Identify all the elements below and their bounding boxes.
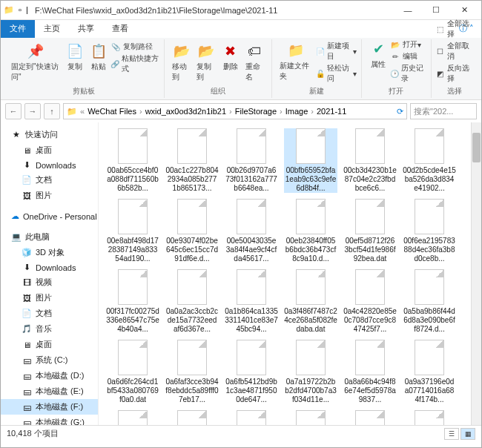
qat: 📁 ▫ |	[4, 5, 30, 15]
nav-onedrive[interactable]: ☁OneDrive - Personal	[1, 209, 98, 223]
file-item[interactable]: 0a1b864ca13353311401ce83e745bc94...	[225, 269, 278, 334]
file-item[interactable]: 00e8abf498d1728387149a83354ad190...	[106, 199, 159, 263]
file-item[interactable]: 00ab65cce4bf0a088df711560b6b582b...	[106, 128, 159, 193]
file-item[interactable]: 0a6d6fc264cd1bf5433a080769f0a0.dat	[106, 340, 159, 404]
file-name: 0a6fb5412bd9b1c3ae4871f9500de647...	[225, 378, 278, 404]
search-input[interactable]: 搜索"202...	[410, 103, 477, 119]
file-item[interactable]: 00e93074f02be645c6ec15cc7d91df6e.d...	[165, 199, 219, 263]
file-item[interactable]: 0a3f486f7487c24ce268a5f082fedaba.dat	[284, 269, 337, 334]
file-item[interactable]: 0a5ba9b86f44d6d8a3e090be6ff8724.d...	[403, 269, 456, 334]
copy-button[interactable]: 📄复制	[63, 41, 87, 73]
file-name: 0a6faf3cce3b94f8ebddc5a89fff07eb17...	[165, 378, 219, 404]
view-details-button[interactable]: ☰	[444, 428, 459, 440]
nav-documents[interactable]: 📄文档	[1, 172, 98, 188]
open-button[interactable]: 📂打开▾	[390, 39, 426, 50]
forward-button[interactable]: →	[24, 103, 41, 119]
up-button[interactable]: ↑	[44, 103, 60, 119]
file-item[interactable]: 0a8a66b4c94f86e74ef5d5978a9837...	[343, 340, 397, 404]
file-item[interactable]: 0a4c42820e85e0c708d7cce9c847425f7...	[343, 269, 397, 334]
file-item[interactable]: 0a9e43e717d9333190de332e6c651645e...	[165, 410, 219, 425]
tab-home[interactable]: 主页	[35, 20, 69, 38]
nav-drive-f[interactable]: 🖴本地磁盘 (F:)	[1, 399, 98, 415]
file-item[interactable]: 0a84ea18b6aaacfef7a41640dd6c3c2...	[403, 410, 456, 425]
file-icon	[237, 340, 266, 375]
delete-button[interactable]: ✖删除	[219, 41, 242, 73]
file-item[interactable]: 00f317fc00275d336e86547c75e4b40a4...	[106, 269, 159, 334]
file-item[interactable]: 0a7a19722b2bb2dfd4700b7a3f034d11e...	[284, 340, 337, 404]
back-button[interactable]: ←	[5, 103, 22, 119]
close-button[interactable]: ✕	[450, 1, 478, 19]
nav-desktop2[interactable]: 🖥桌面	[1, 337, 98, 352]
nav-music[interactable]: 🎵音乐	[1, 321, 98, 337]
paste-button[interactable]: 📋粘贴	[87, 41, 110, 73]
group-organize: 📂移动到 📂复制到 ✖删除 🏷重命名 组织	[165, 39, 272, 98]
minimize-button[interactable]: —	[394, 1, 422, 19]
rename-button[interactable]: 🏷重命名	[242, 41, 267, 84]
nav-documents2[interactable]: 📄文档	[1, 306, 98, 321]
pin-button[interactable]: 📌固定到"快速访问"	[8, 41, 63, 84]
file-item[interactable]: 00eb23840ff05b6bdc36b473cf8c9a10.d...	[284, 199, 337, 263]
copy-to-button[interactable]: 📂复制到	[194, 41, 218, 84]
history-button[interactable]: 🕑历史记录	[390, 63, 426, 84]
file-item[interactable]: 00b26d9707a673f013162a777b6648ea...	[225, 128, 278, 193]
file-item[interactable]: 0a6faf3cce3b94f8ebddc5a89fff07eb17...	[165, 340, 219, 404]
breadcrumb[interactable]: 📁 « WeChat Files› wxid_ax0od3d2n1ib21› F…	[63, 103, 407, 119]
nav-3d[interactable]: 🧊3D 对象	[1, 245, 98, 260]
nav-downloads2[interactable]: ⬇Downloads	[1, 260, 98, 274]
group-open: ✔属性 📂打开▾ ✏编辑 🕑历史记录 打开	[362, 39, 431, 98]
file-item[interactable]: 00ac1c227b8042934a085b2771b865173...	[165, 128, 219, 193]
new-item-button[interactable]: 📄新建项目▾	[316, 41, 357, 62]
invert-selection-button[interactable]: ◩反向选择	[436, 63, 474, 84]
nav-desktop[interactable]: 🖥桌面	[1, 142, 98, 158]
nav-drive-c[interactable]: 🖴系统 (C:)	[1, 352, 98, 368]
nav-drive-e[interactable]: 🖴本地磁盘 (E:)	[1, 383, 98, 399]
nav-downloads[interactable]: ⬇Downloads	[1, 158, 98, 172]
file-item[interactable]: 0a9d6f0227a6fc4756d1a1f4b3da1e141.dat	[106, 410, 159, 425]
file-item[interactable]: 00bfb65952bfa1eab9c63c9efe6d8b4f...	[284, 128, 337, 193]
file-item[interactable]: 00ef5d8712f263bcf54d1fe986f92bea.dat	[343, 199, 397, 263]
file-item[interactable]: 0a56f806a08270483890ea78ad69d121...	[225, 410, 278, 425]
props-icon[interactable]: ▫	[19, 5, 22, 14]
paste-shortcut-button[interactable]: 🔗粘贴快捷方式	[110, 53, 159, 74]
file-icon	[415, 199, 444, 234]
file-icon	[118, 128, 148, 164]
nav-quick-access[interactable]: ★快速访问	[1, 127, 98, 142]
tab-share[interactable]: 共享	[69, 20, 103, 38]
edit-button[interactable]: ✏编辑	[390, 51, 426, 62]
file-item[interactable]: 00d2b5cde4e15ba526da3d834e41902...	[403, 128, 456, 193]
select-all-button[interactable]: ⬚全部选择	[436, 19, 474, 39]
nav-pictures[interactable]: 🖼图片	[1, 188, 98, 203]
file-item[interactable]: 0a0a2ac3ccb2cde15a7732eedaf6d367e...	[165, 269, 219, 334]
new-folder-button[interactable]: 📁新建文件夹	[277, 40, 316, 83]
scrollbar[interactable]	[471, 122, 481, 425]
select-none-button[interactable]: ☐全部取消	[436, 41, 474, 62]
nav-this-pc[interactable]: 💻此电脑	[1, 229, 98, 245]
tab-view[interactable]: 查看	[103, 20, 137, 38]
file-item[interactable]: 0a9a37196e0da07714016a684f174b...	[403, 340, 456, 404]
file-item[interactable]: 0a58e2cf7547335ea168f5e44e83e61edb...	[284, 410, 337, 425]
file-list: 00ab65cce4bf0a088df711560b6b582b...00ac1…	[99, 122, 471, 425]
move-to-button[interactable]: 📂移动到	[169, 41, 194, 84]
file-item[interactable]: 0a6fb5412bd9b1c3ae4871f9500de647...	[225, 340, 278, 404]
file-icon	[177, 199, 207, 234]
nav-drive-d[interactable]: 🖴本地磁盘 (D:)	[1, 368, 98, 383]
nav-videos[interactable]: 🎞视频	[1, 274, 98, 290]
easy-access-button[interactable]: 🔓轻松访问▾	[316, 63, 357, 84]
copy-path-button[interactable]: 📎复制路径	[110, 42, 159, 52]
file-name: 00bfb65952bfa1eab9c63c9efe6d8b4f...	[284, 166, 337, 193]
file-icon	[237, 199, 266, 234]
properties-button[interactable]: ✔属性	[366, 39, 390, 71]
file-item[interactable]: 00f6ea219578388d4ec36fa3b8d0ce8b...	[403, 199, 456, 263]
file-icon	[237, 128, 266, 164]
tab-file[interactable]: 文件	[1, 20, 35, 38]
view-icons-button[interactable]: ▦	[460, 428, 475, 440]
file-item[interactable]: 00e50043035e3a84f4ae9cf4cfda45617...	[225, 199, 278, 263]
file-item[interactable]: 00cb3d4230b1e87c04e2c23fbdbce6c6...	[343, 128, 397, 193]
file-item[interactable]: 0a75fd258f6eaca580196524d6129c1d10d9179.…	[343, 410, 397, 425]
folder-icon: 📁	[4, 5, 14, 14]
file-name: 0a1b864ca13353311401ce83e745bc94...	[225, 307, 278, 334]
maximize-button[interactable]: ☐	[422, 1, 450, 19]
nav-drive-g[interactable]: 🖴本地磁盘 (G:)	[1, 415, 98, 425]
address-bar: ← → ↑ 📁 « WeChat Files› wxid_ax0od3d2n1i…	[1, 100, 481, 122]
nav-pictures2[interactable]: 🖼图片	[1, 290, 98, 306]
